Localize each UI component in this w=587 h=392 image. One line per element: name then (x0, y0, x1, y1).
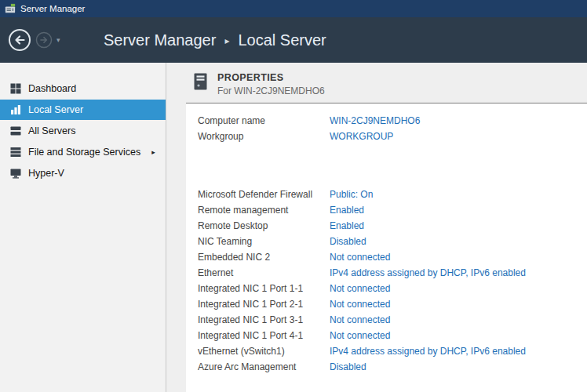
sidebar-item-all-servers[interactable]: All Servers (0, 121, 166, 141)
property-row: vEthernet (vSwitch1) IPv4 address assign… (198, 343, 579, 359)
property-value-link[interactable]: Not connected (330, 330, 390, 341)
server-properties-icon (193, 73, 208, 90)
property-label: Integrated NIC 1 Port 4-1 (198, 330, 330, 341)
nav-history-dropdown-icon[interactable]: ▾ (57, 36, 60, 44)
server-manager-window: Server Manager ▾ Server Manager ▸ Local … (0, 0, 587, 392)
spacer (198, 144, 579, 187)
servers-icon (10, 125, 21, 136)
forward-button[interactable] (35, 31, 53, 49)
property-value-link[interactable]: IPv4 address assigned by DHCP, IPv6 enab… (330, 267, 526, 278)
window-body: Dashboard Local Server (0, 63, 587, 392)
property-row: Remote Desktop Enabled (198, 218, 579, 234)
property-value-link[interactable]: Not connected (330, 283, 390, 294)
property-row: Microsoft Defender Firewall Public: On (198, 187, 579, 202)
main-content: PROPERTIES For WIN-2CJ9NEMDHO6 Computer … (166, 63, 587, 392)
nav-buttons: ▾ (8, 28, 96, 52)
property-value-link[interactable]: Enabled (330, 220, 364, 231)
property-row: Integrated NIC 1 Port 3-1 Not connected (198, 312, 579, 328)
property-value-link[interactable]: Not connected (330, 314, 390, 325)
property-label: Microsoft Defender Firewall (198, 189, 330, 200)
property-value-link[interactable]: Public: On (330, 189, 373, 200)
sidebar-item-hyper-v[interactable]: Hyper-V (0, 163, 166, 183)
chevron-right-icon[interactable]: ▸ (151, 148, 155, 156)
property-label: Integrated NIC 1 Port 2-1 (198, 299, 330, 310)
property-label: Ethernet (198, 267, 330, 278)
properties-title: PROPERTIES (217, 72, 325, 83)
sidebar-item-label: Local Server (28, 104, 83, 115)
hyperv-icon (10, 168, 21, 179)
sidebar-item-file-storage-services[interactable]: File and Storage Services ▸ (0, 142, 166, 162)
dashboard-icon (10, 83, 21, 94)
property-row: Integrated NIC 1 Port 4-1 Not connected (198, 328, 579, 343)
property-label: Integrated NIC 1 Port 3-1 (198, 314, 330, 325)
window-title: Server Manager (20, 4, 85, 13)
titlebar: Server Manager (0, 0, 587, 17)
property-label: Computer name (198, 115, 330, 126)
property-row: Embedded NIC 2 Not connected (198, 249, 579, 265)
breadcrumb-current: Local Server (238, 31, 326, 49)
sidebar-item-label: Hyper-V (28, 168, 64, 179)
storage-icon (10, 147, 21, 158)
server-manager-app-icon (5, 3, 16, 14)
breadcrumb: Server Manager ▸ Local Server (104, 31, 326, 49)
breadcrumb-separator-icon: ▸ (224, 34, 229, 46)
property-row: Remote management Enabled (198, 202, 579, 218)
properties-header: PROPERTIES For WIN-2CJ9NEMDHO6 (186, 72, 587, 97)
property-value-link[interactable]: WORKGROUP (330, 131, 393, 142)
property-row: Ethernet IPv4 address assigned by DHCP, … (198, 265, 579, 281)
property-row: Computer name WIN-2CJ9NEMDHO6 (198, 113, 579, 129)
property-label: Integrated NIC 1 Port 1-1 (198, 283, 330, 294)
property-row: Integrated NIC 1 Port 1-1 Not connected (198, 281, 579, 296)
breadcrumb-root[interactable]: Server Manager (104, 31, 216, 49)
property-value-link[interactable]: WIN-2CJ9NEMDHO6 (330, 115, 420, 126)
property-value-link[interactable]: Not connected (330, 299, 390, 310)
navigation-header: ▾ Server Manager ▸ Local Server (0, 17, 587, 63)
sidebar-item-dashboard[interactable]: Dashboard (0, 78, 166, 99)
property-value-link[interactable]: IPv4 address assigned by DHCP, IPv6 enab… (330, 346, 526, 357)
property-row: Azure Arc Management Disabled (198, 359, 579, 375)
property-label: Azure Arc Management (198, 361, 330, 372)
server-icon (10, 104, 21, 115)
property-value-link[interactable]: Not connected (330, 252, 390, 263)
property-value-link[interactable]: Disabled (330, 361, 366, 372)
sidebar-item-label: File and Storage Services (28, 147, 140, 158)
back-button[interactable] (8, 28, 31, 52)
property-row: NIC Teaming Disabled (198, 234, 579, 249)
properties-panel: Computer name WIN-2CJ9NEMDHO6 Workgroup … (186, 103, 587, 392)
property-label: NIC Teaming (198, 236, 330, 247)
property-value-link[interactable]: Disabled (330, 236, 366, 247)
sidebar-item-label: All Servers (28, 125, 75, 136)
property-value-link[interactable]: Enabled (330, 205, 364, 216)
property-label: Remote management (198, 205, 330, 216)
properties-subtitle: For WIN-2CJ9NEMDHO6 (217, 85, 325, 96)
sidebar-item-label: Dashboard (28, 83, 76, 94)
property-label: Embedded NIC 2 (198, 252, 330, 263)
sidebar-item-local-server[interactable]: Local Server (0, 100, 166, 120)
properties-titles: PROPERTIES For WIN-2CJ9NEMDHO6 (217, 72, 325, 96)
property-row: Workgroup WORKGROUP (198, 129, 579, 144)
property-label: vEthernet (vSwitch1) (198, 346, 330, 357)
property-label: Workgroup (198, 131, 330, 142)
sidebar: Dashboard Local Server (0, 63, 166, 392)
property-row: Integrated NIC 1 Port 2-1 Not connected (198, 296, 579, 312)
property-label: Remote Desktop (198, 220, 330, 231)
